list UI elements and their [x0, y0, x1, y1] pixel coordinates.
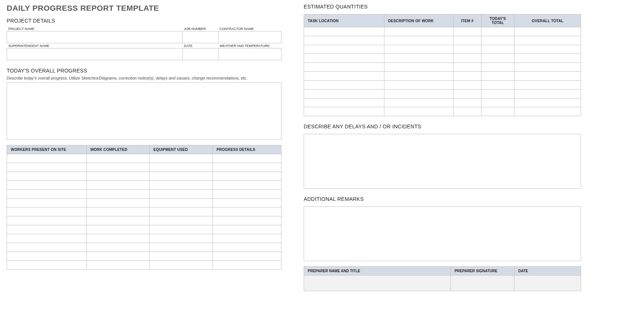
est-cell-today_total[interactable] — [481, 36, 514, 45]
progress-cell-equipment[interactable] — [150, 163, 213, 172]
est-cell-today_total[interactable] — [481, 45, 514, 54]
est-cell-today_total[interactable] — [481, 98, 514, 107]
est-cell-description[interactable] — [384, 107, 453, 116]
progress-cell-completed[interactable] — [86, 207, 149, 216]
progress-cell-details[interactable] — [213, 189, 281, 198]
est-cell-today_total[interactable] — [481, 54, 514, 63]
input-superintendent-name[interactable] — [7, 48, 183, 60]
progress-cell-workers[interactable] — [7, 180, 87, 189]
est-cell-description[interactable] — [384, 81, 453, 90]
est-cell-item[interactable] — [453, 81, 481, 90]
est-cell-task_location[interactable] — [304, 107, 384, 116]
est-cell-today_total[interactable] — [481, 27, 514, 36]
progress-cell-workers[interactable] — [7, 252, 87, 260]
progress-cell-details[interactable] — [213, 163, 281, 172]
progress-cell-details[interactable] — [213, 216, 281, 225]
est-cell-item[interactable] — [453, 107, 481, 116]
progress-cell-details[interactable] — [213, 260, 281, 269]
input-preparer-name[interactable] — [304, 276, 451, 291]
progress-cell-completed[interactable] — [86, 260, 149, 269]
est-cell-item[interactable] — [453, 27, 481, 36]
est-cell-overall_total[interactable] — [514, 36, 581, 45]
progress-cell-completed[interactable] — [86, 180, 149, 189]
progress-cell-workers[interactable] — [7, 243, 87, 252]
est-cell-description[interactable] — [384, 72, 453, 81]
progress-cell-equipment[interactable] — [150, 172, 213, 180]
est-cell-overall_total[interactable] — [514, 107, 581, 116]
est-cell-task_location[interactable] — [304, 81, 384, 90]
progress-cell-details[interactable] — [213, 225, 281, 234]
progress-cell-completed[interactable] — [86, 163, 149, 172]
input-contractor-name[interactable] — [218, 31, 281, 43]
progress-cell-details[interactable] — [213, 243, 281, 252]
progress-cell-equipment[interactable] — [150, 207, 213, 216]
progress-cell-workers[interactable] — [7, 172, 87, 180]
est-cell-overall_total[interactable] — [514, 98, 581, 107]
progress-cell-equipment[interactable] — [150, 252, 213, 260]
progress-cell-completed[interactable] — [86, 243, 149, 252]
remarks-textarea[interactable] — [304, 206, 581, 261]
progress-cell-completed[interactable] — [86, 154, 149, 163]
est-cell-today_total[interactable] — [481, 107, 514, 116]
est-cell-task_location[interactable] — [304, 54, 384, 63]
est-cell-overall_total[interactable] — [514, 90, 581, 98]
progress-cell-workers[interactable] — [7, 234, 87, 243]
progress-cell-completed[interactable] — [86, 172, 149, 180]
est-cell-overall_total[interactable] — [514, 45, 581, 54]
progress-cell-details[interactable] — [213, 252, 281, 260]
est-cell-task_location[interactable] — [304, 27, 384, 36]
est-cell-today_total[interactable] — [481, 90, 514, 98]
est-cell-item[interactable] — [453, 63, 481, 72]
est-cell-item[interactable] — [453, 98, 481, 107]
est-cell-item[interactable] — [453, 45, 481, 54]
est-cell-today_total[interactable] — [481, 81, 514, 90]
progress-cell-equipment[interactable] — [150, 189, 213, 198]
progress-cell-equipment[interactable] — [150, 154, 213, 163]
est-cell-description[interactable] — [384, 90, 453, 98]
progress-cell-workers[interactable] — [7, 189, 87, 198]
est-cell-overall_total[interactable] — [514, 54, 581, 63]
progress-cell-equipment[interactable] — [150, 234, 213, 243]
est-cell-description[interactable] — [384, 63, 453, 72]
est-cell-item[interactable] — [453, 36, 481, 45]
progress-cell-equipment[interactable] — [150, 180, 213, 189]
progress-cell-completed[interactable] — [86, 216, 149, 225]
progress-cell-workers[interactable] — [7, 198, 87, 207]
est-cell-overall_total[interactable] — [514, 63, 581, 72]
progress-cell-completed[interactable] — [86, 189, 149, 198]
progress-cell-completed[interactable] — [86, 234, 149, 243]
progress-cell-workers[interactable] — [7, 260, 87, 269]
est-cell-task_location[interactable] — [304, 98, 384, 107]
est-cell-description[interactable] — [384, 27, 453, 36]
progress-cell-details[interactable] — [213, 234, 281, 243]
input-date[interactable] — [183, 48, 218, 60]
input-job-number[interactable] — [183, 31, 218, 43]
est-cell-overall_total[interactable] — [514, 81, 581, 90]
progress-cell-completed[interactable] — [86, 225, 149, 234]
progress-cell-details[interactable] — [213, 172, 281, 180]
progress-cell-workers[interactable] — [7, 225, 87, 234]
progress-cell-equipment[interactable] — [150, 198, 213, 207]
est-cell-item[interactable] — [453, 72, 481, 81]
est-cell-today_total[interactable] — [481, 72, 514, 81]
progress-cell-workers[interactable] — [7, 163, 87, 172]
est-cell-task_location[interactable] — [304, 36, 384, 45]
est-cell-description[interactable] — [384, 98, 453, 107]
est-cell-description[interactable] — [384, 45, 453, 54]
progress-cell-details[interactable] — [213, 207, 281, 216]
progress-cell-completed[interactable] — [86, 198, 149, 207]
est-cell-overall_total[interactable] — [514, 72, 581, 81]
progress-cell-workers[interactable] — [7, 154, 87, 163]
est-cell-description[interactable] — [384, 36, 453, 45]
progress-cell-completed[interactable] — [86, 252, 149, 260]
progress-cell-details[interactable] — [213, 180, 281, 189]
progress-cell-equipment[interactable] — [150, 225, 213, 234]
est-cell-description[interactable] — [384, 54, 453, 63]
progress-cell-details[interactable] — [213, 154, 281, 163]
est-cell-task_location[interactable] — [304, 63, 384, 72]
input-project-name[interactable] — [7, 31, 183, 43]
input-preparer-date[interactable] — [514, 276, 581, 291]
est-cell-task_location[interactable] — [304, 90, 384, 98]
progress-cell-workers[interactable] — [7, 207, 87, 216]
overall-progress-textarea[interactable] — [7, 82, 281, 140]
